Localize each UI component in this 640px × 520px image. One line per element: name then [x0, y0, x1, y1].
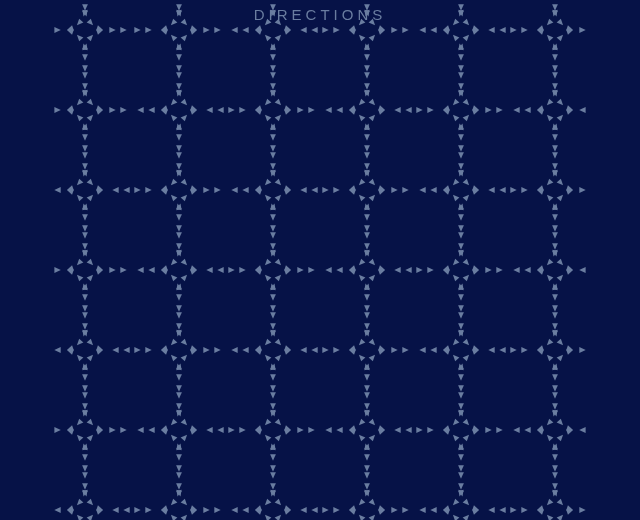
arm-h	[579, 267, 585, 273]
arm-h	[231, 347, 237, 353]
arm-v	[176, 312, 182, 318]
arm-h	[109, 427, 115, 433]
corner	[96, 109, 103, 114]
corner	[537, 345, 544, 350]
arm-v	[82, 72, 88, 78]
corner	[77, 515, 83, 520]
arm-v	[176, 454, 182, 460]
arm-h	[405, 427, 411, 433]
corner	[557, 99, 563, 106]
corner	[275, 99, 281, 106]
corner	[161, 269, 168, 274]
arm-v	[176, 374, 182, 380]
arm-v	[176, 4, 182, 10]
arm-h	[336, 427, 342, 433]
arm-h	[242, 27, 248, 33]
arm-h	[524, 427, 530, 433]
arm-h	[510, 187, 516, 193]
corner	[67, 509, 74, 514]
corner	[349, 109, 356, 114]
corner	[181, 355, 187, 362]
corner	[453, 499, 459, 506]
corner	[566, 349, 573, 354]
corner	[537, 109, 544, 114]
corner	[453, 195, 459, 202]
arm-h	[524, 107, 530, 113]
corner	[255, 265, 262, 270]
arm-v	[82, 403, 88, 409]
arm-v	[364, 465, 370, 471]
arm-v	[458, 225, 464, 231]
arm-h	[416, 267, 422, 273]
corner	[96, 429, 103, 434]
corner	[453, 35, 459, 42]
arm-v	[458, 323, 464, 329]
corner	[255, 509, 262, 514]
arm-h	[134, 27, 140, 33]
arm-h	[145, 507, 151, 513]
corner	[453, 275, 459, 282]
arm-v	[364, 152, 370, 158]
arm-h	[402, 27, 408, 33]
corner	[547, 115, 553, 122]
corner	[265, 99, 271, 106]
corner	[171, 355, 177, 362]
corner	[369, 499, 375, 506]
arm-v	[552, 163, 558, 169]
arm-v	[364, 134, 370, 140]
arm-v	[176, 145, 182, 151]
arm-h	[499, 347, 505, 353]
arm-h	[311, 507, 317, 513]
corner	[265, 419, 271, 426]
arm-h	[430, 507, 436, 513]
corner	[547, 339, 553, 346]
corner	[87, 435, 93, 442]
arm-h	[488, 347, 494, 353]
corner	[378, 265, 385, 270]
arm-h	[112, 347, 118, 353]
arm-v	[552, 54, 558, 60]
corner	[161, 109, 168, 114]
arm-v	[176, 134, 182, 140]
corner	[472, 505, 479, 510]
arm-v	[552, 403, 558, 409]
arm-v	[458, 152, 464, 158]
arm-h	[308, 267, 314, 273]
corner	[96, 185, 103, 190]
arm-h	[405, 107, 411, 113]
corner	[77, 339, 83, 346]
arm-v	[458, 465, 464, 471]
corner	[284, 25, 291, 30]
corner	[359, 35, 365, 42]
corner	[171, 339, 177, 346]
corner	[359, 115, 365, 122]
corner	[547, 179, 553, 186]
arm-v	[270, 134, 276, 140]
corner	[443, 509, 450, 514]
corner	[161, 429, 168, 434]
corner	[96, 505, 103, 510]
corner	[87, 259, 93, 266]
corner	[67, 425, 74, 430]
corner	[472, 429, 479, 434]
corner	[265, 19, 271, 26]
arm-v	[552, 374, 558, 380]
arm-h	[391, 347, 397, 353]
arm-v	[176, 72, 182, 78]
arm-v	[270, 374, 276, 380]
directions-grid	[0, 0, 640, 520]
arm-h	[137, 427, 143, 433]
corner	[77, 275, 83, 282]
arm-h	[521, 507, 527, 513]
arm-h	[391, 27, 397, 33]
corner	[359, 259, 365, 266]
corner	[181, 19, 187, 26]
corner	[359, 515, 365, 520]
arm-v	[458, 214, 464, 220]
arm-v	[364, 72, 370, 78]
arm-v	[82, 83, 88, 89]
arm-v	[458, 243, 464, 249]
corner	[77, 115, 83, 122]
arm-v	[270, 72, 276, 78]
arm-v	[176, 483, 182, 489]
